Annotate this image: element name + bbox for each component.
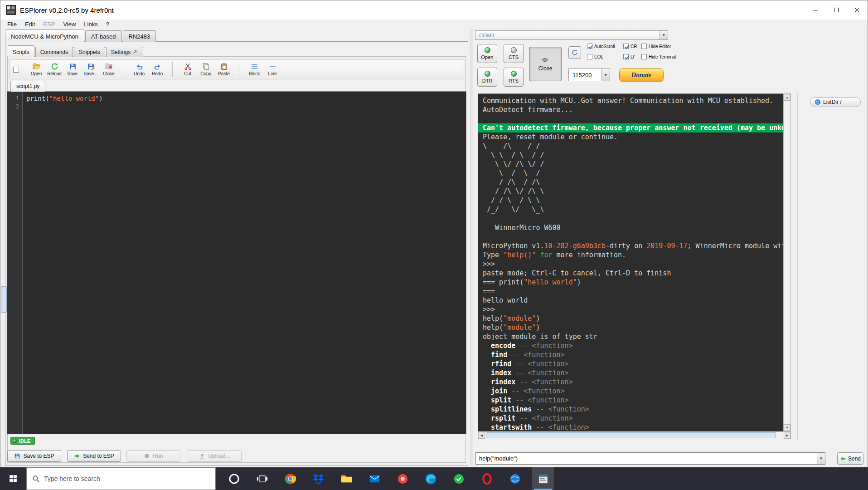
taskbar-app-dropbox[interactable] (307, 467, 329, 490)
refresh-ports-button[interactable] (568, 46, 581, 59)
title-bar: ESPlorer v0.2.0-rc5 by 4refr0nt (0, 0, 868, 20)
tab-nodemcu-micropython[interactable]: NodeMCU & MicroPython (5, 29, 84, 42)
close-port-button[interactable]: Close (529, 47, 562, 81)
subtab-snippets[interactable]: Snippets (74, 47, 105, 57)
checkbox-box[interactable] (623, 44, 629, 49)
send-to-esp-button[interactable]: Send to ESP (67, 450, 121, 462)
checkbox-box[interactable] (641, 54, 647, 59)
toolbar-save-button[interactable]: Save... (82, 60, 100, 78)
toolbar-reload-button[interactable]: Reload (45, 60, 63, 78)
toolbar-cut-button[interactable]: Cut (179, 60, 197, 78)
toolbar-paste-button[interactable]: Paste (215, 60, 233, 78)
open-port-button[interactable]: Open (477, 44, 497, 63)
taskbar-app-file-explorer[interactable] (335, 467, 357, 490)
checkbox-label: CR (630, 44, 637, 49)
vertical-scroll-thumb[interactable] (1, 286, 7, 313)
dtr-button[interactable]: DTR (477, 68, 497, 87)
taskbar-search[interactable] (26, 467, 216, 490)
terminal-output[interactable]: Communication with MCU..Got answer! Comm… (478, 93, 783, 431)
horizontal-scroll-thumb[interactable] (486, 432, 776, 438)
run-icon (144, 453, 150, 459)
scroll-up-icon[interactable]: ▲ (784, 94, 790, 101)
taskbar-app-edge[interactable] (420, 467, 441, 490)
checkbox-box[interactable] (641, 44, 647, 49)
checkbox-box[interactable] (587, 44, 592, 49)
menu-view[interactable]: View (59, 20, 80, 29)
save-to-esp-button[interactable]: Save to ESP (7, 450, 61, 462)
terminal-horizontal-scrollbar[interactable]: ◀ ▶ (478, 431, 791, 439)
toolbar-redo-button[interactable]: Redo (148, 60, 166, 78)
taskbar-app-task-view[interactable] (251, 467, 273, 490)
menu-file[interactable]: File (3, 20, 21, 29)
send-button[interactable]: Send (837, 452, 863, 465)
checkbox-eol[interactable]: EOL (587, 54, 615, 60)
status-led-icon (13, 439, 17, 443)
toolbar-copy-button[interactable]: Copy (197, 60, 215, 78)
checkbox-hide-terminal[interactable]: Hide Terminal (641, 54, 676, 60)
chevron-down-icon[interactable]: ▼ (601, 69, 610, 81)
com-port-select[interactable]: COM3 ▼ (475, 30, 668, 40)
checkbox-label: LF (630, 54, 636, 59)
taskbar-app-app-red[interactable] (392, 467, 413, 490)
menu-edit[interactable]: Edit (21, 20, 39, 29)
editor-file-tab[interactable]: script1.py (10, 81, 45, 92)
save-as-icon (87, 63, 95, 70)
toolbar-line-button[interactable]: Line (263, 60, 281, 78)
search-input[interactable] (44, 475, 210, 482)
subtab-scripts[interactable]: Scripts (8, 45, 34, 57)
scroll-down-icon[interactable]: ▼ (784, 424, 790, 431)
close-button[interactable] (847, 0, 868, 20)
baud-rate-select[interactable]: 115200 ▼ (568, 69, 610, 81)
toolbar-close-button[interactable]: Close (100, 60, 118, 78)
checkbox-label: AutoScroll (594, 44, 615, 49)
chevron-down-icon[interactable]: ▼ (659, 31, 668, 39)
menu-links[interactable]: Links (80, 20, 102, 29)
toolbar-checkbox[interactable] (13, 67, 19, 73)
chevron-down-icon[interactable]: ▼ (817, 453, 825, 464)
checkbox-lf[interactable]: LF (623, 54, 637, 60)
donate-button[interactable]: Donate (619, 68, 664, 82)
toolbar-button-label: Save (68, 71, 78, 76)
terminal-line: Can't autodetect firmware, because prope… (478, 123, 783, 132)
taskbar-app-browser-ring[interactable] (223, 467, 245, 490)
taskbar-app-opera[interactable] (476, 467, 498, 490)
checkbox-box[interactable] (587, 54, 592, 59)
rts-button[interactable]: RTS (504, 68, 524, 87)
taskbar-app-esplorer[interactable] (532, 467, 554, 490)
minimize-button[interactable] (805, 0, 826, 20)
terminal-line: object module is of type str (478, 332, 783, 341)
line-comment-icon (269, 63, 276, 70)
listdir-button[interactable]: ListDir / (810, 97, 861, 107)
start-button[interactable] (0, 467, 26, 490)
checkbox-label: Hide Editor (649, 44, 671, 49)
toolbar-block-button[interactable]: Block (245, 60, 263, 78)
terminal-vertical-scrollbar[interactable]: ▲ ▼ (783, 93, 791, 431)
maximize-button[interactable] (826, 0, 847, 20)
tab-rn2483[interactable]: RN2483 (123, 30, 156, 42)
tab-at-based[interactable]: AT-based (85, 30, 122, 42)
toolbar-open-button[interactable]: Open (27, 60, 45, 78)
send-command-input[interactable] (476, 453, 817, 464)
code-editor[interactable]: 12 print("hello world") (7, 91, 466, 434)
toolbar-save-button[interactable]: Save (63, 60, 82, 78)
cts-button[interactable]: CTS (504, 44, 524, 63)
checkbox-hide-editor[interactable]: Hide Editor (641, 43, 676, 49)
panel-splitter[interactable] (470, 29, 473, 466)
taskbar-app-app-green[interactable] (448, 467, 470, 490)
terminal-line: >>> (478, 305, 783, 314)
checkbox-cr[interactable]: CR (623, 43, 637, 49)
subtab-settings[interactable]: Settings (106, 47, 143, 57)
checkbox-autoscroll[interactable]: AutoScroll (587, 43, 615, 49)
taskbar-app-mail[interactable] (364, 467, 385, 490)
toolbar-undo-button[interactable]: Undo (130, 60, 148, 78)
checkbox-column-3: Hide EditorHide Terminal (641, 43, 676, 64)
scroll-right-icon[interactable]: ▶ (784, 432, 790, 439)
status-badge: IDLE (10, 437, 35, 445)
subtab-commands[interactable]: Commands (35, 47, 73, 57)
checkbox-box[interactable] (623, 54, 629, 59)
terminal-line: /_/ \/ \_\ (478, 205, 783, 214)
menu-help[interactable]: ? (102, 20, 113, 29)
taskbar-app-browser-blue[interactable] (504, 467, 526, 490)
scroll-left-icon[interactable]: ◀ (478, 432, 485, 439)
taskbar-app-chrome[interactable] (279, 467, 301, 490)
